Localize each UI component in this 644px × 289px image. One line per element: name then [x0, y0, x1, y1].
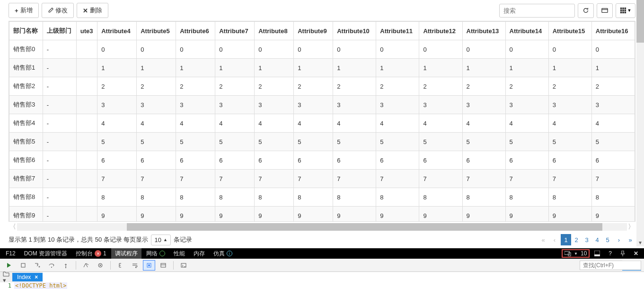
just-my-code-button[interactable] — [143, 260, 155, 271]
delete-button[interactable]: ✕ 删除 — [77, 3, 108, 18]
scrollbar-down-arrow[interactable]: ▾ — [636, 239, 644, 246]
table-cell: 3 — [137, 96, 176, 114]
table-row[interactable]: 销售部9-9999999999999 — [9, 207, 635, 222]
scroll-left-arrow[interactable]: 〈 — [9, 223, 17, 231]
table-row[interactable]: 销售部1-1111111111111 — [9, 59, 635, 77]
table-cell: 6 — [376, 151, 419, 170]
column-header[interactable]: Attribute6 — [176, 22, 215, 40]
column-header[interactable]: 部门名称 — [9, 22, 43, 40]
column-header[interactable]: Attribute12 — [419, 22, 462, 40]
table-cell: - — [43, 40, 76, 59]
dock-icon[interactable] — [591, 248, 604, 259]
tab-debugger[interactable]: 调试程序 — [111, 248, 141, 259]
tab-network[interactable]: 网络 — [142, 248, 169, 259]
horizontal-scrollbar[interactable]: 〈 〉 — [9, 223, 635, 231]
tab-performance[interactable]: 性能 — [170, 248, 189, 259]
column-header[interactable]: Attribute11 — [376, 22, 419, 40]
column-header[interactable]: Attribute10 — [333, 22, 376, 40]
emulation-size-indicator[interactable]: ▼ 10 — [562, 249, 590, 258]
scrollbar-thumb[interactable] — [636, 0, 644, 43]
edit-button[interactable]: 修改 — [42, 3, 74, 18]
scroll-right-arrow[interactable]: 〉 — [627, 223, 635, 231]
page-last[interactable]: » — [625, 234, 635, 245]
page-number[interactable]: 3 — [582, 234, 592, 245]
column-header[interactable]: Attribute9 — [294, 22, 333, 40]
page-prev[interactable]: ‹ — [549, 234, 560, 245]
page-first[interactable]: « — [538, 234, 548, 245]
table-row[interactable]: 销售部8-8888888888888 — [9, 188, 635, 207]
file-tab-index[interactable]: Index × — [12, 273, 43, 281]
code-text[interactable]: <!DOCTYPE html> — [14, 282, 67, 289]
table-cell: 6 — [137, 151, 176, 170]
find-input[interactable] — [580, 261, 641, 270]
column-header[interactable]: Attribute15 — [548, 22, 591, 40]
table-row[interactable]: 销售部4-4444444444444 — [9, 114, 635, 133]
column-header[interactable]: Attribute5 — [137, 22, 176, 40]
table-cell: 8 — [462, 188, 505, 207]
table-cell: 销售部5 — [9, 133, 43, 151]
close-tab-icon[interactable]: × — [35, 274, 38, 280]
break-new-worker-button[interactable] — [80, 260, 92, 271]
table-row[interactable]: 销售部5-5555555555555 — [9, 133, 635, 151]
step-over-button[interactable] — [45, 260, 58, 271]
page-size-select[interactable]: 10 ▲ — [151, 235, 170, 245]
svg-point-16 — [51, 267, 52, 268]
exception-button[interactable] — [94, 260, 106, 271]
table-row[interactable]: 销售部2-2222222222222 — [9, 77, 635, 96]
table-cell: 0 — [505, 40, 548, 59]
add-button[interactable]: + 新增 — [9, 3, 39, 18]
continue-button[interactable] — [3, 260, 15, 271]
column-header[interactable]: Attribute8 — [255, 22, 294, 40]
column-header[interactable]: Attribute4 — [97, 22, 137, 40]
pretty-print-button[interactable] — [115, 260, 127, 271]
toggle-view-button[interactable] — [597, 3, 613, 18]
column-header[interactable]: Attribute16 — [591, 22, 635, 40]
vertical-scrollbar[interactable]: ▾ — [636, 0, 644, 246]
table-cell: 7 — [419, 170, 462, 188]
table-cell: - — [43, 96, 76, 114]
table-cell: 6 — [591, 151, 635, 170]
word-wrap-button[interactable] — [129, 260, 141, 271]
table-row[interactable]: 销售部0-0000000000000 — [9, 40, 635, 59]
table-cell: 7 — [215, 170, 255, 188]
tab-console[interactable]: 控制台 ✕ 1 — [72, 248, 110, 259]
info-icon: i — [227, 251, 232, 256]
scrollbar-track[interactable] — [17, 223, 627, 231]
file-picker-icon[interactable]: ▾ — [0, 271, 12, 284]
svg-rect-3 — [622, 8, 624, 9]
search-input[interactable] — [499, 4, 575, 18]
step-into-button[interactable] — [31, 260, 44, 271]
page-number[interactable]: 4 — [592, 234, 602, 245]
tab-emulation[interactable]: 仿真 i — [210, 248, 236, 259]
page-number[interactable]: 2 — [571, 234, 582, 245]
break-button[interactable] — [17, 260, 29, 271]
column-header[interactable]: Attribute13 — [462, 22, 505, 40]
column-header[interactable]: 上级部门 — [43, 22, 76, 40]
table-cell: 6 — [548, 151, 591, 170]
table-cell — [76, 77, 97, 96]
scrollbar-thumb[interactable] — [127, 223, 602, 231]
source-map-button[interactable] — [157, 260, 169, 271]
table-cell: 3 — [462, 96, 505, 114]
tab-memory[interactable]: 内存 — [190, 248, 209, 259]
step-out-button[interactable] — [60, 260, 72, 271]
column-header[interactable]: Attribute7 — [215, 22, 255, 40]
page-number[interactable]: 1 — [561, 234, 571, 245]
columns-button[interactable]: ▼ — [616, 3, 635, 18]
table-row[interactable]: 销售部7-7777777777777 — [9, 170, 635, 188]
table-cell: 1 — [462, 59, 505, 77]
help-icon[interactable]: ? — [605, 248, 616, 259]
page-number[interactable]: 5 — [602, 234, 613, 245]
console-toggle-button[interactable] — [177, 260, 190, 271]
table-row[interactable]: 销售部6-6666666666666 — [9, 151, 635, 170]
column-header[interactable]: Attribute14 — [505, 22, 548, 40]
table-cell: 8 — [591, 188, 635, 207]
close-devtools-icon[interactable]: ✕ — [630, 248, 642, 259]
refresh-button[interactable] — [578, 3, 594, 18]
pin-icon[interactable] — [617, 248, 629, 259]
table-cell: 1 — [255, 59, 294, 77]
column-header[interactable]: ute3 — [76, 22, 97, 40]
tab-dom-explorer[interactable]: DOM 资源管理器 — [20, 248, 71, 259]
page-next[interactable]: › — [614, 234, 624, 245]
table-row[interactable]: 销售部3-3333333333333 — [9, 96, 635, 114]
